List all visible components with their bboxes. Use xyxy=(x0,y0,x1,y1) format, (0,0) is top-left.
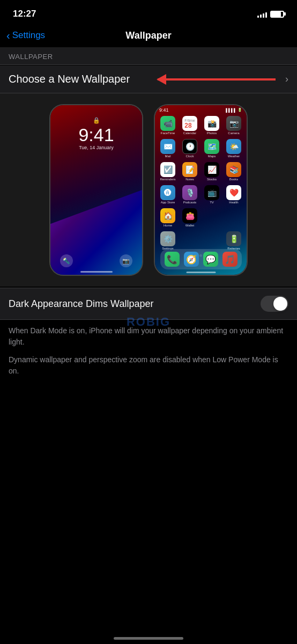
section-header: WALLPAPER xyxy=(0,47,297,65)
dark-appearance-row: Dark Appearance Dims Wallpaper xyxy=(0,288,297,320)
wallpaper-preview-area: ROBIG 🔒 9:41 Tue, 14 January 🔦 📷 9:41 ▌▌… xyxy=(0,93,297,287)
battery-fill xyxy=(271,12,281,17)
app-grid-row4: 🅐 App Store 🎙️ Podcasts 📺 TV ❤️ Health xyxy=(155,183,247,206)
app-notes: 📝 Notes xyxy=(180,162,199,181)
app-empty4 xyxy=(202,231,221,250)
signal-bar-2 xyxy=(260,14,262,18)
app-empty3 xyxy=(180,231,199,250)
signal-bar-1 xyxy=(257,16,259,18)
app-grid-row1: 📹 FaceTime F/time 28 Calendar 📸 Photos xyxy=(155,114,247,137)
lock-screen-date: Tue, 14 January xyxy=(79,145,114,150)
nav-bar: ‹ Settings Wallpaper xyxy=(0,24,297,47)
app-maps: 🗺️ Maps xyxy=(202,139,221,158)
lock-icon: 🔒 xyxy=(93,117,100,124)
flashlight-icon: 🔦 xyxy=(60,254,73,267)
signal-bar-3 xyxy=(263,13,264,18)
signal-bar-4 xyxy=(265,12,267,18)
lock-screen-top: 🔒 9:41 Tue, 14 January xyxy=(78,105,114,150)
app-settings: ⚙️ Settings xyxy=(158,231,177,250)
footer-text-1: When Dark Mode is on, iPhone will dim yo… xyxy=(9,325,288,348)
back-chevron-icon: ‹ xyxy=(6,30,10,41)
app-health: ❤️ Health xyxy=(224,185,243,204)
dock-messages-icon: 💬 xyxy=(203,252,218,267)
dark-appearance-toggle[interactable] xyxy=(261,296,288,312)
status-bar: 12:27 xyxy=(0,0,297,24)
camera-shortcut-icon: 📷 xyxy=(120,254,132,267)
dock-phone-icon: 📞 xyxy=(165,252,180,267)
app-home: 🏠 Home xyxy=(158,208,177,227)
home-home-indicator xyxy=(186,272,216,273)
footer-text-area: When Dark Mode is on, iPhone will dim yo… xyxy=(0,320,297,389)
lock-screen-preview[interactable]: 🔒 9:41 Tue, 14 January 🔦 📷 xyxy=(49,104,143,276)
app-camera: 📷 Camera xyxy=(224,116,243,135)
home-signal-icon: ▌▌▌▌ xyxy=(226,108,236,112)
dock-music-icon: 🎵 xyxy=(222,252,237,267)
home-battery-icon: 🔋 xyxy=(237,108,242,112)
footer-text-2: Dynamic wallpaper and perspective zoom a… xyxy=(9,354,288,377)
lock-screen-bottom: 🔦 📷 xyxy=(50,254,142,267)
choose-wallpaper-row[interactable]: Choose a New Wallpaper › xyxy=(0,65,297,93)
choose-wallpaper-label: Choose a New Wallpaper xyxy=(9,73,130,85)
lock-screen-time: 9:41 xyxy=(78,125,114,145)
home-screen-status: 9:41 ▌▌▌▌ 🔋 xyxy=(155,105,247,114)
dark-appearance-label: Dark Appearance Dims Wallpaper xyxy=(9,298,153,310)
home-screen-time: 9:41 xyxy=(159,107,169,113)
chevron-right-icon: › xyxy=(285,74,288,85)
back-label: Settings xyxy=(12,30,45,41)
app-wallet: 👛 Wallet xyxy=(180,208,199,227)
app-stocks: 📈 Stocks xyxy=(202,162,221,181)
battery-icon xyxy=(270,11,284,18)
section-header-text: WALLPAPER xyxy=(9,53,53,61)
home-screen-preview[interactable]: 9:41 ▌▌▌▌ 🔋 📹 FaceTime F/time 28 xyxy=(154,104,248,276)
app-grid-row3: ☑️ Reminders 📝 Notes 📈 Stocks 📚 Books xyxy=(155,160,247,183)
lock-screen-wallpaper: 🔒 9:41 Tue, 14 January 🔦 📷 xyxy=(50,105,142,275)
app-empty2 xyxy=(224,208,243,227)
page-title: Wallpaper xyxy=(125,30,171,41)
signal-bars-icon xyxy=(257,10,267,18)
app-batteries: 🔋 Batteries xyxy=(224,231,243,250)
app-calendar: F/time 28 Calendar xyxy=(180,116,199,135)
home-status-icons: ▌▌▌▌ 🔋 xyxy=(226,108,242,112)
app-reminders: ☑️ Reminders xyxy=(158,162,177,181)
app-facetime: 📹 FaceTime xyxy=(158,116,177,135)
home-screen-wallpaper: 9:41 ▌▌▌▌ 🔋 📹 FaceTime F/time 28 xyxy=(155,105,247,275)
dock-safari-icon: 🧭 xyxy=(184,252,199,267)
device-home-indicator xyxy=(114,637,183,640)
app-grid-row2: ✉️ Mail 🕐 Clock 🗺️ Maps 🌤️ Weather xyxy=(155,137,247,160)
app-tv: 📺 TV xyxy=(202,185,221,204)
app-grid-row5: 🏠 Home 👛 Wallet xyxy=(155,206,247,229)
status-time: 12:27 xyxy=(13,9,36,19)
lock-home-indicator xyxy=(80,271,113,273)
home-dock: 📞 🧭 💬 🎵 xyxy=(160,249,242,269)
app-mail: ✉️ Mail xyxy=(158,139,177,158)
app-weather: 🌤️ Weather xyxy=(224,139,243,158)
toggle-knob xyxy=(273,297,287,311)
status-icons xyxy=(257,10,284,18)
app-appstore: 🅐 App Store xyxy=(158,185,177,204)
arrow-line xyxy=(158,78,276,80)
back-button[interactable]: ‹ Settings xyxy=(6,30,45,41)
red-arrow-annotation xyxy=(158,78,276,80)
app-clock: 🕐 Clock xyxy=(180,139,199,158)
app-books: 📚 Books xyxy=(224,162,243,181)
app-photos: 📸 Photos xyxy=(202,116,221,135)
app-empty1 xyxy=(202,208,221,227)
app-podcasts: 🎙️ Podcasts xyxy=(180,185,199,204)
